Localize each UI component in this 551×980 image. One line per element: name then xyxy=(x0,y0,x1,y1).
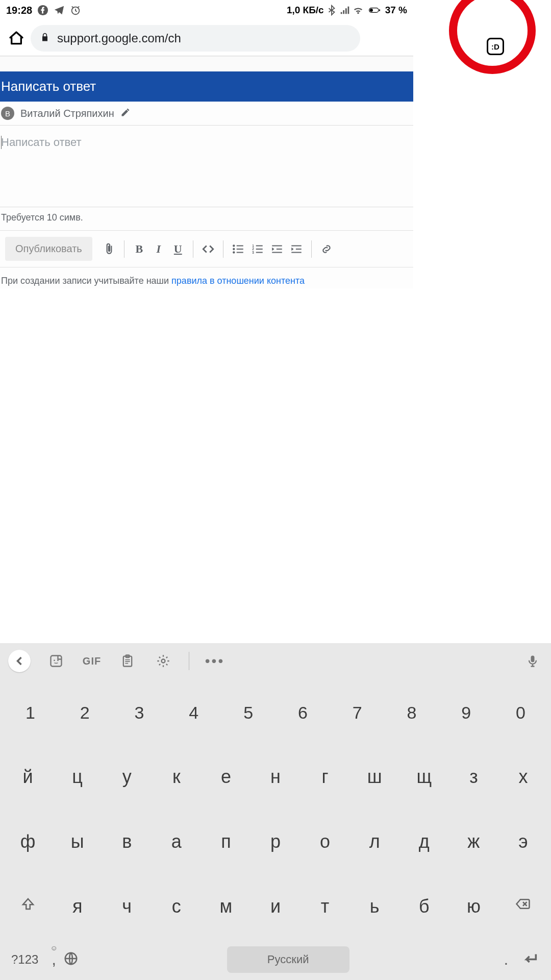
battery-icon xyxy=(366,5,383,16)
attach-icon[interactable] xyxy=(102,241,117,257)
lock-icon xyxy=(40,31,50,45)
telegram-icon xyxy=(54,5,65,16)
policy-link[interactable]: правила в отношении контента xyxy=(171,276,305,286)
bluetooth-icon xyxy=(326,5,337,16)
keyboard-toolbar: GIF ••• xyxy=(0,643,413,679)
browser-bar: support.google.com/ch xyxy=(0,20,413,56)
page-content: Написать ответ В Виталий Стряпихин Напис… xyxy=(0,56,413,288)
status-left: 19:28 xyxy=(6,5,81,16)
key-2[interactable]: 2 xyxy=(58,697,112,729)
number-list-icon[interactable]: 123 xyxy=(250,241,265,257)
key-8[interactable]: 8 xyxy=(385,697,413,729)
user-name: Виталий Стряпихин xyxy=(20,108,114,119)
svg-point-7 xyxy=(233,251,235,253)
gif-button[interactable]: GIF xyxy=(82,651,102,671)
user-row: В Виталий Стряпихин xyxy=(0,102,413,126)
reply-placeholder: Написать ответ xyxy=(1,136,82,149)
char-hint: Требуется 10 симв. xyxy=(0,207,413,231)
editor-toolbar: Опубликовать B I U 123 xyxy=(0,231,413,267)
underline-icon[interactable]: U xyxy=(170,241,186,257)
svg-rect-3 xyxy=(379,9,380,11)
wifi-icon xyxy=(353,5,364,16)
content-notice: При создании записи учитывайте наши прав… xyxy=(0,267,413,288)
svg-point-13 xyxy=(57,659,59,661)
reply-textarea[interactable]: Написать ответ xyxy=(0,126,413,207)
data-rate: 1,0 КБ/с xyxy=(287,5,324,16)
more-icon[interactable]: ••• xyxy=(205,651,225,671)
code-icon[interactable] xyxy=(201,241,216,257)
sticker-icon[interactable] xyxy=(46,651,66,671)
svg-point-5 xyxy=(233,244,235,247)
keyboard-keys: 1234567890 йцукенгшщзх фывапролджэ ячсми… xyxy=(0,679,413,735)
svg-text:3: 3 xyxy=(252,250,254,254)
key-4[interactable]: 4 xyxy=(166,697,221,729)
facebook-icon xyxy=(37,5,48,16)
edit-icon[interactable] xyxy=(120,107,131,120)
clipboard-icon[interactable] xyxy=(117,651,138,671)
italic-icon[interactable]: I xyxy=(151,241,166,257)
home-button[interactable] xyxy=(7,29,26,47)
key-6[interactable]: 6 xyxy=(276,697,330,729)
url-text: support.google.com/ch xyxy=(57,31,181,45)
reply-header: Написать ответ xyxy=(0,71,413,102)
alarm-icon xyxy=(70,5,81,16)
avatar: В xyxy=(1,107,14,120)
url-bar[interactable]: support.google.com/ch xyxy=(31,25,360,52)
kb-back-icon[interactable] xyxy=(8,650,31,672)
svg-point-12 xyxy=(54,659,55,661)
svg-rect-11 xyxy=(51,656,62,667)
indent-icon[interactable] xyxy=(289,241,304,257)
bold-icon[interactable]: B xyxy=(132,241,147,257)
key-7[interactable]: 7 xyxy=(330,697,385,729)
key-1[interactable]: 1 xyxy=(3,697,58,729)
link-icon[interactable] xyxy=(319,241,334,257)
outdent-icon[interactable] xyxy=(269,241,285,257)
publish-button[interactable]: Опубликовать xyxy=(5,237,92,261)
status-time: 19:28 xyxy=(6,5,32,16)
status-right: 1,0 КБ/с 37 % xyxy=(287,5,407,16)
svg-point-16 xyxy=(162,659,165,663)
key-3[interactable]: 3 xyxy=(112,697,167,729)
signal-icon xyxy=(339,5,350,16)
status-bar: 19:28 1,0 КБ/с 37 % xyxy=(0,0,413,20)
key-5[interactable]: 5 xyxy=(221,697,276,729)
svg-point-6 xyxy=(233,248,235,250)
svg-rect-4 xyxy=(370,9,373,12)
battery-percent: 37 % xyxy=(385,5,407,16)
bullet-list-icon[interactable] xyxy=(231,241,246,257)
settings-icon[interactable] xyxy=(153,651,173,671)
keyboard: GIF ••• 1234567890 йцукенгшщзх фывапролд… xyxy=(0,643,413,735)
